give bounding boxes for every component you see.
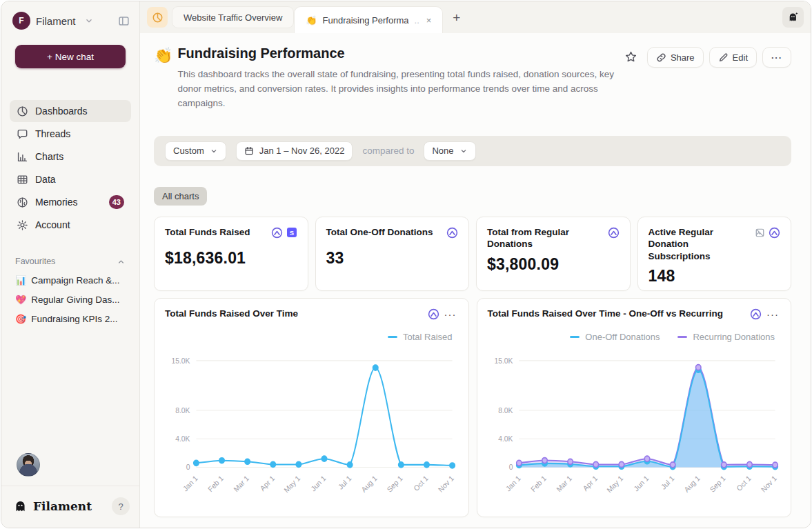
legend-item[interactable]: Recurring Donations xyxy=(677,332,775,342)
ellipsis-icon: ··· xyxy=(771,52,782,63)
legend-dash xyxy=(677,336,687,338)
all-charts-filter-chip[interactable]: All charts xyxy=(154,187,207,206)
sidebar-item-label: Dashboards xyxy=(35,106,88,117)
card-icons xyxy=(446,226,458,239)
sidebar-item-account[interactable]: Account xyxy=(10,214,131,236)
sidebar-item-label: Account xyxy=(35,219,70,230)
area-chart-svg[interactable]: 04.0K8.0K15.0KJan 1Feb 1Mar 1Apr 1May 1J… xyxy=(488,345,781,508)
kpi-card-total-regular-donations: Total from Regular Donations $3,800.09 xyxy=(476,217,631,291)
close-tab-icon[interactable]: × xyxy=(426,15,432,26)
svg-text:Oct 1: Oct 1 xyxy=(735,474,753,492)
tab-fundraising-performance[interactable]: 👏 Fundraising Performa.. × xyxy=(294,6,443,33)
status-circle-icon[interactable] xyxy=(428,308,439,320)
sidebar-item-data[interactable]: Data xyxy=(10,168,131,190)
home-dashboard-button[interactable] xyxy=(147,7,168,28)
svg-text:8.0K: 8.0K xyxy=(175,406,190,414)
link-icon xyxy=(656,52,666,63)
workspace-switcher[interactable]: F Filament xyxy=(1,1,139,35)
svg-text:0: 0 xyxy=(508,463,513,471)
sidebar: F Filament + New chat Dashboards Threads… xyxy=(1,1,140,528)
gear-icon xyxy=(17,219,28,231)
date-range-type-dropdown[interactable]: Custom xyxy=(165,141,226,161)
svg-text:Jun 1: Jun 1 xyxy=(632,474,650,493)
kpi-card-active-subscriptions: Active Regular Donation Subscriptions 14… xyxy=(637,217,792,291)
help-button[interactable]: ? xyxy=(112,497,130,515)
workspace-name: Filament xyxy=(36,15,76,27)
chart-more-button[interactable]: ··· xyxy=(765,309,780,319)
share-label: Share xyxy=(671,52,695,63)
svg-text:Jul 1: Jul 1 xyxy=(337,474,353,491)
date-range-picker[interactable]: Jan 1 – Nov 26, 2022 xyxy=(236,141,353,161)
sidebar-item-label: Charts xyxy=(35,151,63,162)
chart-legend: Total Raised xyxy=(165,332,458,342)
svg-text:8.0K: 8.0K xyxy=(498,406,513,414)
new-chat-button[interactable]: + New chat xyxy=(15,45,126,68)
svg-text:Nov 1: Nov 1 xyxy=(759,474,778,494)
chart-legend: One-Off DonationsRecurring Donations xyxy=(488,332,781,342)
bar-chart-emoji-icon: 📊 xyxy=(15,275,26,286)
chart-card-total-funds-over-time: Total Funds Raised Over Time ··· Total R… xyxy=(154,298,469,517)
kpi-value: 148 xyxy=(648,267,781,286)
status-circle-icon[interactable] xyxy=(750,308,762,320)
svg-text:Oct 1: Oct 1 xyxy=(412,474,430,492)
chevron-up-icon[interactable] xyxy=(117,257,126,266)
kpi-value: $3,800.09 xyxy=(487,255,620,274)
favourite-item-regular-giving[interactable]: 💖 Regular Giving Das... xyxy=(15,295,126,305)
sidebar-toggle-icon[interactable] xyxy=(118,15,130,27)
kpi-title: Total Funds Raised xyxy=(165,226,255,239)
favourite-item-label: Campaign Reach &... xyxy=(31,275,119,286)
card-icons xyxy=(755,226,780,239)
favourite-item-campaign-reach[interactable]: 📊 Campaign Reach &... xyxy=(15,275,126,286)
star-icon[interactable] xyxy=(620,47,642,67)
chart-title: Total Funds Raised Over Time xyxy=(165,308,302,320)
ghost-screenshot-button[interactable] xyxy=(782,7,804,28)
status-circle-icon[interactable] xyxy=(271,227,283,239)
dashboard-content: 👏 Fundraising Performance This dashboard… xyxy=(140,33,811,528)
compare-dropdown[interactable]: None xyxy=(424,141,475,161)
svg-text:S: S xyxy=(289,229,293,237)
new-tab-button[interactable]: + xyxy=(453,11,460,24)
share-button[interactable]: Share xyxy=(647,47,704,68)
brand-wordmark: Filament xyxy=(33,499,92,513)
tab-label: Fundraising Performa xyxy=(323,15,409,26)
more-options-button[interactable]: ··· xyxy=(762,47,791,68)
svg-text:Mar 1: Mar 1 xyxy=(555,474,573,494)
edit-button[interactable]: Edit xyxy=(709,47,757,68)
sidebar-item-dashboards[interactable]: Dashboards xyxy=(10,100,131,122)
svg-text:May 1: May 1 xyxy=(605,474,624,495)
svg-text:Apr 1: Apr 1 xyxy=(258,474,276,492)
legend-label: Total Raised xyxy=(403,332,453,342)
main-area: Website Traffic Overview 👏 Fundraising P… xyxy=(140,1,811,528)
user-avatar[interactable] xyxy=(17,453,40,477)
page-description: This dashboard tracks the overall state … xyxy=(177,68,620,111)
chevron-down-icon xyxy=(459,147,468,155)
legend-dash xyxy=(570,336,580,338)
svg-text:0: 0 xyxy=(186,463,190,471)
legend-item[interactable]: One-Off Donations xyxy=(570,332,660,342)
date-range-value: Jan 1 – Nov 26, 2022 xyxy=(259,146,345,156)
kpi-title: Total from Regular Donations xyxy=(487,226,577,250)
svg-text:Aug 1: Aug 1 xyxy=(359,474,378,494)
kpi-card-total-one-off-donations: Total One-Off Donations 33 xyxy=(315,217,470,291)
legend-item[interactable]: Total Raised xyxy=(388,332,453,342)
sidebar-item-charts[interactable]: Charts xyxy=(10,146,131,168)
svg-text:Jul 1: Jul 1 xyxy=(659,474,675,491)
svg-text:Sep 1: Sep 1 xyxy=(385,474,404,494)
kpi-value: 33 xyxy=(326,249,459,268)
tab-label: Website Traffic Overview xyxy=(184,12,282,23)
svg-text:Apr 1: Apr 1 xyxy=(581,474,599,492)
legend-label: Recurring Donations xyxy=(693,332,775,342)
status-circle-icon[interactable] xyxy=(608,227,620,239)
app-window: F Filament + New chat Dashboards Threads… xyxy=(1,1,811,528)
sidebar-item-memories[interactable]: Memories 43 xyxy=(10,191,131,213)
sidebar-item-threads[interactable]: Threads xyxy=(10,123,131,145)
chart-more-button[interactable]: ··· xyxy=(443,309,458,319)
date-range-type-value: Custom xyxy=(173,146,204,156)
status-circle-icon[interactable] xyxy=(446,227,458,239)
line-chart-svg[interactable]: 04.0K8.0K15.0KJan 1Feb 1Mar 1Apr 1May 1J… xyxy=(165,345,458,508)
tab-bar: Website Traffic Overview 👏 Fundraising P… xyxy=(140,1,811,33)
tab-website-traffic-overview[interactable]: Website Traffic Overview xyxy=(172,6,294,28)
table-icon xyxy=(17,174,28,186)
status-circle-icon[interactable] xyxy=(769,227,780,239)
favourite-item-fundraising-kpis[interactable]: 🎯 Fundraising KPIs 2... xyxy=(15,314,126,324)
